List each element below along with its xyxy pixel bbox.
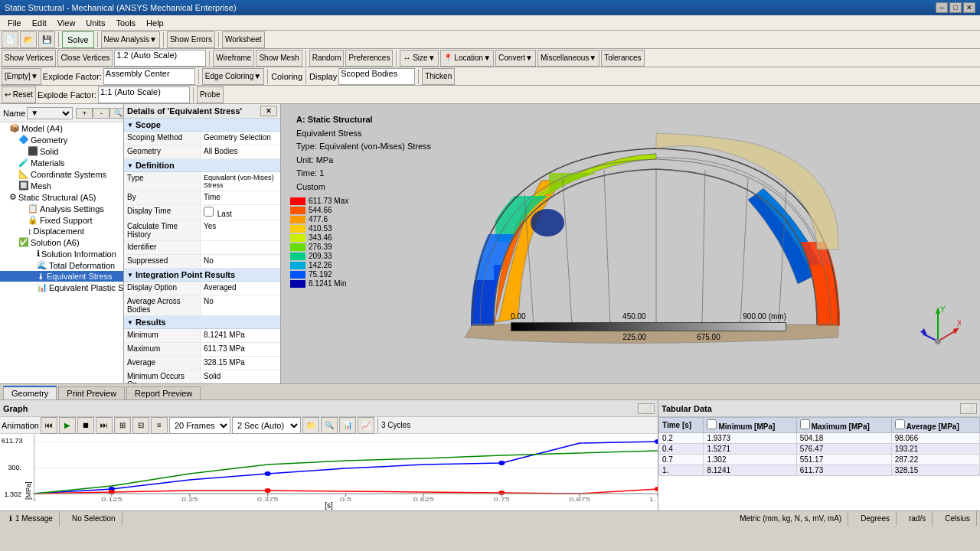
anim-play-btn[interactable]: ▶ (59, 417, 76, 434)
filter-dropdown[interactable]: ▼ (27, 107, 73, 119)
tree-item-geometry[interactable]: 🔷 Geometry (0, 134, 123, 145)
anim-mode2-btn[interactable]: ⊟ (132, 417, 149, 434)
tree-as-label: Analysis Settings (40, 204, 104, 214)
scale-dropdown[interactable]: 1.2 (Auto Scale) (114, 50, 206, 67)
sec-dropdown[interactable]: 2 Sec (Auto) (232, 417, 301, 434)
undo-button[interactable]: ↩ Reset (2, 86, 36, 103)
clipboard-dropdown[interactable]: [Empty]▼ (2, 68, 41, 85)
tree-item-solution[interactable]: ✅ Solution (A6) (0, 236, 123, 248)
new-analysis-button[interactable]: New Analysis▼ (101, 31, 160, 48)
size-button[interactable]: ↔ Size▼ (400, 50, 438, 67)
col-max-check[interactable] (800, 419, 810, 429)
tree-item-total-def[interactable]: 🌊 Total Deformation (0, 259, 123, 271)
viewport-header: A: Static Structural Equivalent Stress T… (290, 110, 437, 198)
scoped-bodies-dropdown[interactable]: Scoped Bodies (338, 68, 415, 85)
open-button[interactable]: 📂 (20, 31, 37, 48)
avg-across-value[interactable]: No (201, 295, 280, 315)
viewport[interactable]: A: Static Structural Equivalent Stress T… (281, 104, 980, 383)
col-min[interactable]: Minimum [MPa] (704, 418, 796, 433)
frames-dropdown[interactable]: 20 Frames (169, 417, 230, 434)
by-value[interactable]: Time (201, 191, 280, 204)
maximize-button[interactable]: □ (949, 2, 962, 13)
wireframe-button[interactable]: Wireframe (213, 50, 254, 67)
tabular-expand-btn[interactable]: ⬜ (960, 403, 977, 414)
new-button[interactable]: 📄 (2, 31, 18, 48)
tab-print-preview[interactable]: Print Preview (58, 386, 125, 399)
col-min-check[interactable] (707, 419, 717, 429)
col-max[interactable]: Maximum [MPa] (796, 418, 891, 433)
tree-collapse-btn[interactable]: - (93, 108, 109, 119)
menu-edit[interactable]: Edit (28, 17, 51, 29)
scale-auto-dropdown[interactable]: 1:1 (Auto Scale) (98, 86, 190, 103)
close-button[interactable]: ✕ (963, 2, 975, 13)
anim-prev-btn[interactable]: ⏮ (41, 417, 57, 434)
thicken-button[interactable]: Thicken (422, 68, 455, 85)
menu-view[interactable]: View (53, 17, 80, 29)
scoping-method-value[interactable]: Geometry Selection (201, 132, 280, 145)
tree-item-analysis-settings[interactable]: 📋 Analysis Settings (0, 203, 123, 214)
legend-color-6 (290, 253, 305, 260)
tree-item-coords[interactable]: 📐 Coordinate Systems (0, 168, 123, 180)
display-option-value[interactable]: Averaged (201, 282, 280, 295)
anim-bar-btn[interactable]: 📈 (358, 417, 374, 434)
definition-section-header[interactable]: ▼ Definition (124, 159, 280, 172)
random-button[interactable]: Random (309, 50, 345, 67)
col-avg[interactable]: Average [MPa] (891, 418, 979, 433)
anim-chart-btn[interactable]: 📊 (339, 417, 356, 434)
tree-filter-btn[interactable]: 🔍 (109, 108, 124, 119)
integration-section-header[interactable]: ▼ Integration Point Results (124, 269, 280, 282)
convert-button[interactable]: Convert▼ (495, 50, 536, 67)
tree-item-solid[interactable]: ⬛ Solid (0, 145, 123, 157)
worksheet-button[interactable]: Worksheet (222, 31, 265, 48)
show-vertices-button[interactable]: Show Vertices (2, 50, 56, 67)
tree-item-materials[interactable]: 🧪 Materials (0, 157, 123, 168)
col-time[interactable]: Time [s] (659, 418, 704, 433)
tree-item-equiv-plastic[interactable]: 📊 Equivalent Plastic Strain (0, 282, 123, 293)
details-close-btn[interactable]: ✕ (260, 106, 277, 116)
tab-geometry[interactable]: Geometry (3, 386, 57, 399)
tree-expand-btn[interactable]: + (76, 108, 93, 119)
anim-stop-btn[interactable]: ⏹ (77, 417, 94, 434)
results-section-header[interactable]: ▼ Results (124, 316, 280, 329)
window-controls[interactable]: ─ □ ✕ (936, 2, 975, 13)
tree-item-static-structural[interactable]: ⚙ Static Structural (A5) (0, 191, 123, 203)
menu-help[interactable]: Help (142, 17, 168, 29)
tolerances-button[interactable]: Tolerances (601, 50, 644, 67)
tree-item-mesh[interactable]: 🔲 Mesh (0, 180, 123, 191)
anim-mode3-btn[interactable]: ≡ (151, 417, 168, 434)
save-button[interactable]: 💾 (38, 31, 55, 48)
display-time-check[interactable] (204, 207, 214, 217)
scope-section-header[interactable]: ▼ Scope (124, 119, 280, 132)
edge-coloring-button[interactable]: Edge Coloring▼ (202, 68, 264, 85)
geometry-value[interactable]: All Bodies (201, 145, 280, 158)
menu-file[interactable]: File (3, 17, 26, 29)
identifier-value[interactable] (201, 241, 280, 254)
col-avg-check[interactable] (895, 419, 905, 429)
graph-expand-btn[interactable]: ⬜ (638, 403, 655, 414)
location-button[interactable]: 📍 Location▼ (440, 50, 494, 67)
tab-report-preview[interactable]: Report Preview (126, 386, 201, 399)
preferences-button[interactable]: Preferences (345, 50, 393, 67)
suppressed-value[interactable]: No (201, 255, 280, 268)
show-mesh-button[interactable]: Show Mesh (256, 50, 302, 67)
assembly-dropdown[interactable]: Assembly Center (103, 68, 195, 85)
tree-item-sol-info[interactable]: ℹ Solution Information (0, 248, 123, 259)
anim-export-btn[interactable]: 📁 (302, 417, 319, 434)
tree-item-model[interactable]: 📦 Model (A4) (0, 122, 123, 134)
probe-button[interactable]: Probe (197, 86, 224, 103)
close-vertices-button[interactable]: Close Vertices (57, 50, 113, 67)
tree-item-fixed[interactable]: 🔒 Fixed Support (0, 214, 123, 226)
show-errors-button[interactable]: Show Errors (167, 31, 215, 48)
menu-units[interactable]: Units (81, 17, 109, 29)
miscellaneous-button[interactable]: Miscellaneous▼ (537, 50, 599, 67)
type-value[interactable]: Equivalent (von-Mises) Stress (201, 172, 280, 191)
tree-item-equiv-stress[interactable]: 🌡 Equivalent Stress (0, 271, 123, 282)
anim-zoom-btn[interactable]: 🔍 (321, 417, 338, 434)
calc-time-value[interactable]: Yes (201, 220, 280, 240)
tree-item-displacement[interactable]: ↕ Displacement (0, 226, 123, 236)
anim-next-btn[interactable]: ⏭ (96, 417, 113, 434)
solve-button[interactable]: Solve (62, 31, 94, 48)
menu-tools[interactable]: Tools (111, 17, 140, 29)
minimize-button[interactable]: ─ (936, 2, 948, 13)
anim-mode1-btn[interactable]: ⊞ (114, 417, 131, 434)
